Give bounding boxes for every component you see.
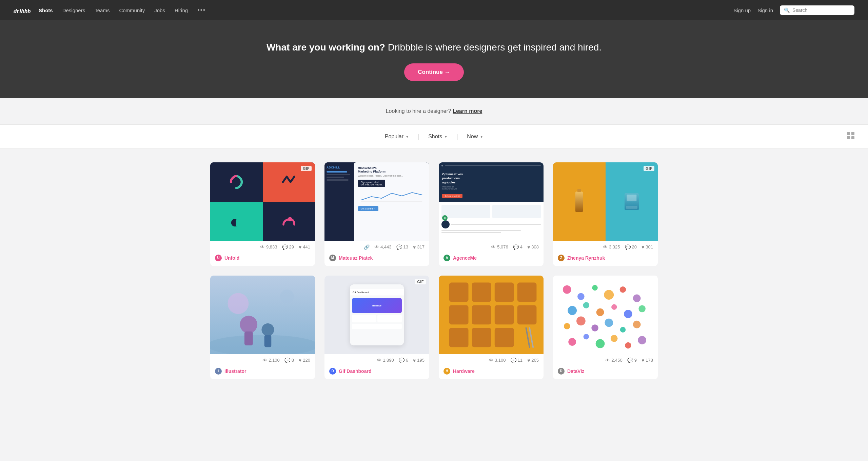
shot-thumb-agence: Optimisez vosproductionsagricoles. Vous … — [439, 162, 544, 241]
likes-stat: ♥301 — [642, 244, 653, 250]
shot-card-zhenya[interactable]: GIF 👁3,325 💬20 ♥301 Z Zhenya Rynzhuk — [553, 162, 658, 266]
svg-point-48 — [620, 327, 626, 332]
heart-icon: ♥ — [527, 244, 530, 250]
search-input[interactable] — [792, 7, 850, 13]
comments-count: 13 — [403, 244, 408, 249]
continue-button[interactable]: Continue → — [404, 63, 463, 81]
eye-icon: 👁 — [491, 244, 496, 250]
svg-point-54 — [625, 342, 631, 349]
svg-rect-1 — [847, 132, 850, 135]
filters-bar: Popular ▼ | Shots ▼ | Now ▼ — [0, 125, 868, 149]
nav-designers[interactable]: Designers — [62, 7, 85, 13]
comments-stat: 💬11 — [511, 358, 522, 363]
comments-stat: 💬4 — [513, 244, 522, 250]
phone-nav-label: Gif Dashboard — [350, 289, 404, 296]
shot-card-dashboard[interactable]: Gif Dashboard Balance GIF — [324, 276, 429, 379]
svg-point-47 — [605, 319, 613, 327]
nav-hiring[interactable]: Hiring — [175, 7, 188, 13]
hero-title: What are you working on? Dribbble is whe… — [7, 41, 861, 54]
filter-popular-label: Popular — [385, 134, 403, 140]
author-name-dashboard: Gif Dashboard — [339, 368, 371, 374]
svg-point-13 — [261, 323, 274, 336]
likes-stat: ♥317 — [413, 244, 425, 250]
chevron-down-icon: ▼ — [406, 135, 409, 139]
shot-card-agence[interactable]: Optimisez vosproductionsagricoles. Vous … — [439, 162, 544, 266]
likes-count: 317 — [417, 244, 425, 249]
gif-badge-dashboard: GIF — [415, 279, 426, 284]
svg-rect-12 — [244, 332, 253, 345]
views-stat: 👁9,833 — [260, 244, 277, 250]
svg-point-37 — [633, 295, 641, 302]
svg-point-41 — [611, 304, 617, 309]
comments-stat: 💬6 — [399, 358, 408, 363]
shot-card-illus[interactable]: 👁2,100 💬8 ♥220 I Illustrator — [210, 276, 315, 379]
svg-point-38 — [568, 306, 577, 315]
likes-count: 220 — [303, 358, 310, 363]
likes-stat: ♥178 — [642, 358, 653, 363]
shots-container: GIF 👁9,833 💬29 ♥441 U Unfold ADCHILL — [197, 149, 671, 393]
shot-card-unfold[interactable]: GIF 👁9,833 💬29 ♥441 U Unfold — [210, 162, 315, 266]
likes-stat: ♥441 — [299, 244, 310, 250]
filter-shots[interactable]: Shots ▼ — [423, 131, 452, 142]
shot-card-hardware[interactable]: 👁3,100 💬11 ♥265 H Hardware — [439, 276, 544, 379]
link-icon: 🔗 — [364, 244, 370, 250]
comment-icon: 💬 — [625, 244, 631, 250]
views-stat: 👁3,100 — [489, 358, 506, 363]
comments-stat: 💬20 — [625, 244, 637, 250]
shot-author-illus[interactable]: I Illustrator — [210, 366, 315, 379]
shot-author-agence[interactable]: A AgenceMe — [439, 253, 544, 266]
shot-author-unfold[interactable]: U Unfold — [210, 253, 315, 266]
signup-link[interactable]: Sign up — [733, 7, 751, 13]
svg-point-53 — [611, 335, 618, 342]
svg-point-7 — [288, 217, 292, 221]
comment-icon: 💬 — [511, 358, 516, 363]
shot-stats-hardware: 👁3,100 💬11 ♥265 — [439, 354, 544, 366]
svg-point-11 — [240, 316, 258, 333]
avatar-agence: A — [443, 255, 450, 261]
views-count: 1,890 — [383, 358, 394, 363]
filter-now[interactable]: Now ▼ — [462, 131, 488, 142]
shot-stats-dataviz: 👁2,450 💬9 ♥178 — [553, 354, 658, 366]
shot-stats-dashboard: 👁1,890 💬6 ♥195 — [324, 354, 429, 366]
likes-count: 301 — [646, 244, 653, 249]
views-stat: 👁4,443 — [374, 244, 392, 250]
comment-icon: 💬 — [513, 244, 519, 250]
comments-count: 11 — [518, 358, 522, 363]
learn-more-link[interactable]: Learn more — [453, 108, 482, 114]
filter-separator-2: | — [456, 133, 458, 141]
comments-stat: 💬9 — [627, 358, 637, 363]
svg-point-39 — [583, 302, 590, 308]
eye-icon: 👁 — [377, 358, 381, 363]
views-count: 3,100 — [495, 358, 506, 363]
shot-author-dataviz[interactable]: D DataViz — [553, 366, 658, 379]
eye-icon: 👁 — [374, 244, 379, 250]
nav-links: Shots Designers Teams Community Jobs Hir… — [39, 7, 733, 14]
shot-author-mateusz[interactable]: M Mateusz Piatek — [324, 253, 429, 266]
svg-point-45 — [576, 316, 586, 325]
comments-count: 20 — [632, 244, 637, 249]
nav-more[interactable]: ••• — [197, 7, 206, 14]
logo[interactable]: dribbble — [14, 3, 31, 17]
comment-icon: 💬 — [396, 244, 402, 250]
eye-icon: 👁 — [489, 358, 493, 363]
svg-point-10 — [210, 335, 315, 354]
shot-card-mateusz[interactable]: ADCHILL Blockchain'sMarketing Platform W… — [324, 162, 429, 266]
likes-count: 308 — [531, 244, 539, 249]
nav-teams[interactable]: Teams — [95, 7, 110, 13]
filter-popular[interactable]: Popular ▼ — [380, 131, 414, 142]
nav-community[interactable]: Community — [119, 7, 145, 13]
signin-link[interactable]: Sign in — [757, 7, 773, 13]
nav-shots[interactable]: Shots — [39, 7, 53, 13]
search-box[interactable]: 🔍 — [780, 5, 854, 15]
views-stat: 👁5,076 — [491, 244, 508, 250]
svg-rect-24 — [495, 305, 514, 324]
nav-jobs[interactable]: Jobs — [154, 7, 165, 13]
shot-author-zhenya[interactable]: Z Zhenya Rynzhuk — [553, 253, 658, 266]
hero-section: What are you working on? Dribbble is whe… — [0, 20, 868, 98]
shot-author-dashboard[interactable]: D Gif Dashboard — [324, 366, 429, 379]
grid-toggle-button[interactable] — [847, 132, 854, 141]
heart-icon: ♥ — [413, 358, 416, 363]
shot-author-hardware[interactable]: H Hardware — [439, 366, 544, 379]
svg-rect-25 — [517, 305, 537, 324]
shot-card-dataviz[interactable]: 👁2,450 💬9 ♥178 D DataViz — [553, 276, 658, 379]
